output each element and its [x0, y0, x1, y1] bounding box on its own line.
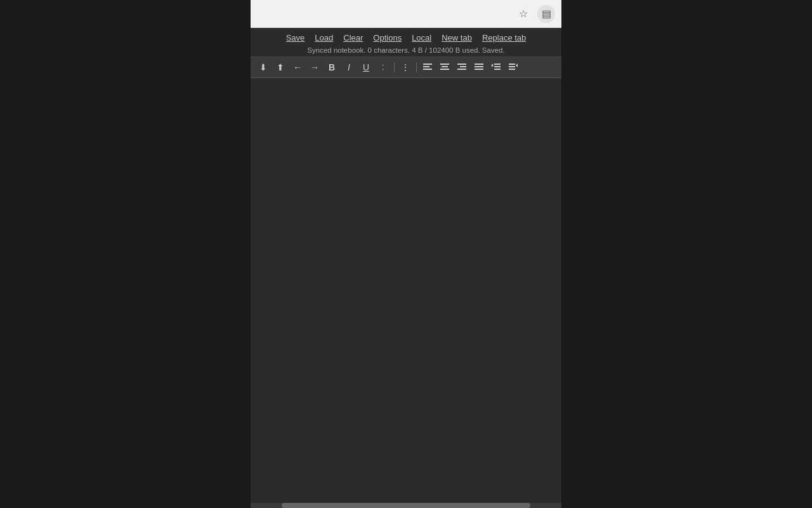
menu-load[interactable]: Load — [311, 32, 337, 44]
status-bar: Synced notebook. 0 characters. 4 B / 102… — [307, 46, 504, 54]
svg-rect-7 — [460, 66, 466, 67]
increase-indent-button[interactable] — [488, 60, 504, 74]
svg-rect-0 — [423, 64, 432, 65]
svg-rect-9 — [475, 64, 483, 65]
menu-replace-tab[interactable]: Replace tab — [478, 32, 530, 44]
svg-rect-12 — [494, 64, 501, 65]
browser-chrome: ☆ ▤ — [251, 0, 561, 28]
editor-area — [251, 78, 561, 503]
svg-rect-13 — [494, 66, 501, 67]
svg-rect-6 — [457, 64, 466, 65]
indent-left-button[interactable]: ← — [290, 60, 305, 74]
svg-rect-10 — [475, 66, 483, 67]
toolbar-separator-2 — [416, 62, 417, 72]
align-right-button[interactable] — [454, 60, 469, 74]
svg-rect-14 — [494, 69, 501, 70]
list-type-button[interactable]: ⁚ — [376, 60, 391, 74]
svg-rect-16 — [509, 64, 515, 65]
svg-rect-18 — [509, 69, 515, 70]
svg-rect-3 — [440, 64, 449, 65]
bottom-scrollbar[interactable] — [251, 503, 561, 508]
underline-button[interactable]: U — [358, 60, 374, 74]
bold-button[interactable]: B — [324, 60, 339, 74]
svg-rect-17 — [509, 66, 515, 67]
justify-button[interactable] — [471, 60, 487, 74]
menu-new-tab[interactable]: New tab — [438, 32, 476, 44]
svg-rect-8 — [457, 69, 466, 70]
menu-local[interactable]: Local — [408, 32, 435, 44]
align-left-button[interactable] — [420, 60, 435, 74]
svg-rect-11 — [475, 69, 483, 70]
svg-rect-1 — [423, 66, 429, 67]
svg-marker-15 — [492, 64, 494, 67]
more-button[interactable]: ⋮ — [398, 60, 413, 74]
menu-items: Save Load Clear Options Local New tab Re… — [282, 32, 530, 44]
svg-rect-4 — [442, 66, 448, 67]
scrollbar-thumb — [282, 503, 530, 508]
toolbar: ⬇ ⬆ ← → B I U ⁚ ⋮ — [251, 57, 561, 78]
editor-textarea[interactable] — [251, 78, 561, 503]
move-down-button[interactable]: ⬇ — [256, 60, 271, 74]
menu-save[interactable]: Save — [282, 32, 309, 44]
menu-options[interactable]: Options — [369, 32, 405, 44]
menu-bar: Save Load Clear Options Local New tab Re… — [251, 28, 561, 57]
italic-button[interactable]: I — [341, 60, 357, 74]
toolbar-separator-1 — [394, 62, 395, 72]
menu-clear[interactable]: Clear — [339, 32, 367, 44]
svg-marker-19 — [516, 64, 518, 67]
indent-right-button[interactable]: → — [307, 60, 322, 74]
svg-rect-5 — [440, 69, 449, 70]
app-container: Save Load Clear Options Local New tab Re… — [251, 28, 561, 508]
move-up-button[interactable]: ⬆ — [273, 60, 288, 74]
bookmark-button[interactable]: ☆ — [514, 5, 532, 23]
align-center-button[interactable] — [437, 60, 452, 74]
extensions-button[interactable]: ▤ — [537, 5, 555, 23]
browser-window: ☆ ▤ Save Load Clear Options Local New ta… — [251, 0, 561, 508]
decrease-indent-button[interactable] — [506, 60, 521, 74]
svg-rect-2 — [423, 69, 432, 70]
